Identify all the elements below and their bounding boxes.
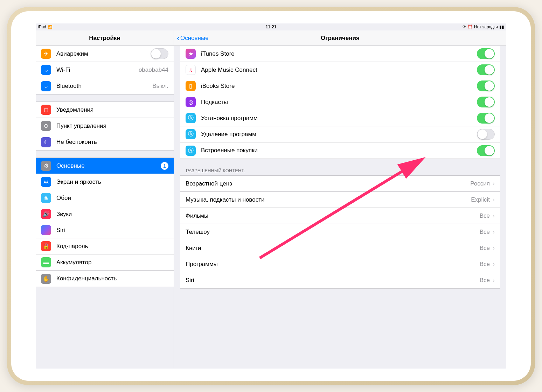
- sidebar-badge: 1: [161, 162, 168, 170]
- inapp-toggle[interactable]: [477, 145, 495, 156]
- toggle-row-install: ⒶУстановка программ: [180, 110, 500, 126]
- wallpaper-icon: ❀: [41, 193, 51, 203]
- content-detail: Россия: [470, 180, 490, 187]
- sidebar-item-dnd[interactable]: ☾Не беспокоить: [36, 134, 174, 150]
- toggle-label: iBooks Store: [201, 83, 477, 90]
- notifications-icon: ◻: [41, 105, 51, 115]
- content-detail: Все: [480, 229, 490, 236]
- sidebar-item-wifi[interactable]: ⌵Wi-Fiobaobab44: [36, 62, 174, 78]
- toggle-label: Установка программ: [201, 115, 477, 122]
- delete-toggle[interactable]: [477, 129, 495, 140]
- siri-icon: [41, 225, 51, 235]
- podcasts-toggle[interactable]: [477, 97, 495, 107]
- sidebar-item-label: Основные: [56, 162, 161, 169]
- main-header: ‹ Основные Ограничения: [174, 30, 506, 46]
- alarm-icon: ⏰: [467, 24, 473, 29]
- sidebar-list[interactable]: ✈Авиарежим⌵Wi-Fiobaobab44⌵BluetoothВыкл.…: [36, 46, 174, 369]
- sidebar-item-siri[interactable]: Siri: [36, 222, 174, 238]
- battery-icon: ▮▮: [499, 24, 504, 29]
- content-row-books[interactable]: КнигиВсе›: [180, 240, 500, 256]
- sidebar-item-detail: obaobab44: [139, 66, 168, 74]
- dnd-icon: ☾: [41, 137, 51, 147]
- chevron-right-icon: ›: [493, 228, 495, 236]
- toggle-section: ★iTunes Store♫Apple Music Connect▯iBooks…: [180, 46, 500, 159]
- toggle-label: Подкасты: [201, 99, 477, 106]
- sidebar-item-bluetooth[interactable]: ⌵BluetoothВыкл.: [36, 78, 174, 94]
- sidebar-item-general[interactable]: ⚙Основные1: [36, 158, 174, 174]
- chevron-right-icon: ›: [493, 180, 495, 187]
- sidebar-item-battery[interactable]: ▬Аккумулятор: [36, 254, 174, 271]
- sidebar-title: Настройки: [89, 35, 120, 42]
- delete-icon: Ⓐ: [186, 129, 196, 139]
- status-bar: iPad 11:21 ⟳ ⏰ Нет зарядки ▮▮: [36, 23, 506, 30]
- toggle-row-podcasts: ◎Подкасты: [180, 94, 500, 110]
- wifi-icon: ⌵: [41, 65, 51, 75]
- passcode-icon: 🔒: [41, 241, 51, 251]
- toggle-row-delete: ⒶУдаление программ: [180, 126, 500, 142]
- toggle-label: Удаление программ: [201, 131, 477, 138]
- content-detail: Explicit: [471, 196, 490, 203]
- sidebar-item-passcode[interactable]: 🔒Код-пароль: [36, 238, 174, 254]
- content-detail: Все: [480, 277, 490, 284]
- sidebar-item-notifications[interactable]: ◻Уведомления: [36, 102, 174, 118]
- toggle-label: iTunes Store: [201, 50, 477, 57]
- page-title: Ограничения: [321, 35, 360, 42]
- install-toggle[interactable]: [477, 113, 495, 124]
- content-label: Телешоу: [186, 229, 480, 236]
- applemusic-icon: ♫: [186, 65, 196, 75]
- ipad-bezel: iPad 11:21 ⟳ ⏰ Нет зарядки ▮▮ Настройки: [11, 11, 531, 381]
- sidebar-item-label: Пункт управления: [56, 122, 168, 130]
- install-icon: Ⓐ: [186, 113, 196, 123]
- chevron-right-icon: ›: [493, 260, 495, 268]
- content-row-music[interactable]: Музыка, подкасты и новостиExplicit›: [180, 192, 500, 208]
- sidebar-item-label: Siri: [56, 227, 168, 234]
- clock: 11:21: [266, 24, 277, 29]
- content-detail: Все: [480, 245, 490, 252]
- sidebar-item-airplane[interactable]: ✈Авиарежим: [36, 46, 174, 62]
- ipad-frame: iPad 11:21 ⟳ ⏰ Нет зарядки ▮▮ Настройки: [7, 7, 535, 385]
- content-section: Возрастной цензРоссия›Музыка, подкасты и…: [180, 175, 500, 289]
- sidebar-item-control[interactable]: ⊙Пункт управления: [36, 118, 174, 134]
- itunes-toggle[interactable]: [477, 48, 495, 59]
- sounds-icon: 🔊: [41, 209, 51, 219]
- toggle-row-applemusic: ♫Apple Music Connect: [180, 62, 500, 78]
- control-icon: ⊙: [41, 121, 51, 131]
- content-row-siri[interactable]: SiriВсе›: [180, 272, 500, 288]
- content-row-rating[interactable]: Возрастной цензРоссия›: [180, 176, 500, 192]
- back-button[interactable]: ‹ Основные: [177, 34, 209, 42]
- content-row-tv[interactable]: ТелешоуВсе›: [180, 224, 500, 240]
- content-label: Музыка, подкасты и новости: [186, 196, 471, 203]
- wifi-icon: [48, 24, 53, 29]
- applemusic-toggle[interactable]: [477, 64, 495, 75]
- toggle-label: Apple Music Connect: [201, 66, 477, 74]
- main-panel: ‹ Основные Ограничения ★iTunes Store♫App…: [174, 30, 506, 369]
- toggle-label: Встроенные покупки: [201, 147, 477, 154]
- sidebar-item-label: Wi-Fi: [56, 66, 139, 74]
- sidebar-item-label: Конфиденциальность: [56, 275, 168, 282]
- sidebar-item-display[interactable]: AAЭкран и яркость: [36, 174, 174, 190]
- sidebar-item-privacy[interactable]: ✋Конфиденциальность: [36, 271, 174, 287]
- content-label: Программы: [186, 261, 480, 268]
- content-row-apps[interactable]: ПрограммыВсе›: [180, 256, 500, 272]
- toggle-row-inapp: ⒶВстроенные покупки: [180, 142, 500, 159]
- sidebar-item-sounds[interactable]: 🔊Звуки: [36, 206, 174, 222]
- chevron-right-icon: ›: [493, 244, 495, 252]
- chevron-left-icon: ‹: [177, 34, 180, 42]
- main-list[interactable]: ★iTunes Store♫Apple Music Connect▯iBooks…: [174, 46, 506, 369]
- sidebar-item-label: Уведомления: [56, 106, 168, 113]
- sidebar-item-label: Bluetooth: [56, 83, 152, 90]
- content-label: Возрастной ценз: [186, 180, 470, 187]
- sidebar-item-label: Авиарежим: [56, 50, 151, 57]
- settings-sidebar: Настройки ✈Авиарежим⌵Wi-Fiobaobab44⌵Blue…: [36, 30, 174, 369]
- ibooks-toggle[interactable]: [477, 80, 495, 91]
- content-label: Siri: [186, 277, 480, 284]
- content-label: Фильмы: [186, 212, 480, 219]
- podcasts-icon: ◎: [186, 97, 196, 107]
- content-row-movies[interactable]: ФильмыВсе›: [180, 208, 500, 224]
- sidebar-item-wallpaper[interactable]: ❀Обои: [36, 190, 174, 206]
- airplane-toggle[interactable]: [151, 48, 168, 59]
- bluetooth-icon: ⌵: [41, 81, 51, 91]
- sidebar-item-label: Звуки: [56, 211, 168, 218]
- inapp-icon: Ⓐ: [186, 146, 196, 156]
- chevron-right-icon: ›: [493, 212, 495, 219]
